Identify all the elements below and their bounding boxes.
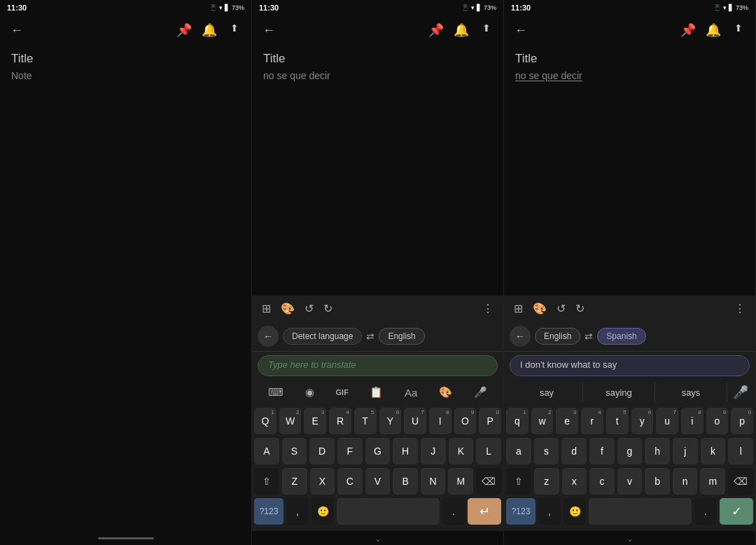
mic-icon-3[interactable]: 🎤 (733, 385, 748, 400)
translate-lang-button-2[interactable]: English (379, 328, 424, 345)
key-w-2[interactable]: W2 (279, 408, 302, 434)
undo-icon-3[interactable]: ↺ (556, 302, 566, 315)
period-key-2[interactable]: . (442, 498, 465, 525)
clipboard-icon-2[interactable]: 📋 (364, 383, 388, 401)
key-b-2[interactable]: B (393, 468, 418, 495)
key-p-2[interactable]: P0 (479, 408, 501, 434)
save-icon-3[interactable]: ⬆ (729, 22, 748, 38)
chevron-down-icon-2[interactable]: ⌄ (374, 534, 382, 544)
redo-icon-3[interactable]: ↻ (575, 302, 584, 315)
bell-icon-2[interactable]: 🔔 (451, 22, 471, 38)
note-area-1[interactable]: Title Note (0, 45, 251, 531)
key-p-3[interactable]: p0 (731, 408, 753, 434)
palette-icon-2[interactable]: 🎨 (281, 302, 295, 315)
key-c-2[interactable]: C (337, 468, 363, 495)
save-icon-1[interactable]: ⬆ (225, 22, 244, 38)
translate-back-btn-3[interactable]: ← (510, 326, 531, 347)
key-t-2[interactable]: T5 (354, 408, 377, 434)
pin-icon-1[interactable]: 📌 (174, 22, 194, 38)
pin-icon-2[interactable]: 📌 (426, 22, 446, 38)
key-e-2[interactable]: E3 (304, 408, 326, 434)
suggestion-2[interactable]: saying (583, 383, 655, 402)
space-key-3[interactable] (589, 498, 692, 525)
more-icon-3[interactable]: ⋮ (734, 302, 746, 315)
translate-back-btn-2[interactable]: ← (258, 326, 279, 347)
key-v-3[interactable]: v (617, 468, 643, 495)
key-e-3[interactable]: e3 (556, 408, 578, 434)
translate-input-2[interactable]: Type here to translate (258, 355, 498, 376)
key-y-2[interactable]: Y6 (379, 408, 402, 434)
palette-icon-3[interactable]: 🎨 (533, 302, 547, 315)
key-z-2[interactable]: Z (282, 468, 307, 495)
gif-icon-2[interactable]: GIF (330, 385, 354, 399)
key-k-2[interactable]: K (449, 438, 474, 464)
key-o-3[interactable]: o9 (706, 408, 729, 434)
key-l-2[interactable]: L (476, 438, 501, 464)
key-u-2[interactable]: U7 (404, 408, 426, 434)
translate-from-lang-button[interactable]: English (535, 328, 580, 345)
key-h-3[interactable]: h (645, 438, 670, 464)
key-s-2[interactable]: S (282, 438, 307, 464)
key-a-2[interactable]: A (254, 438, 279, 464)
more-icon-2[interactable]: ⋮ (482, 302, 493, 315)
shift-key-3[interactable]: ⇧ (506, 468, 531, 495)
key-r-2[interactable]: R4 (329, 408, 351, 434)
key-b-3[interactable]: b (645, 468, 670, 495)
pin-icon-3[interactable]: 📌 (678, 22, 698, 38)
bell-icon-3[interactable]: 🔔 (704, 22, 723, 38)
key-q-2[interactable]: Q1 (254, 408, 276, 434)
detect-language-button[interactable]: Detect language (283, 328, 362, 345)
key-g-3[interactable]: g (617, 438, 643, 464)
plus-icon-2[interactable]: ⊞ (262, 302, 271, 315)
key-x-2[interactable]: X (310, 468, 335, 495)
key-v-2[interactable]: V (365, 468, 391, 495)
translate-to-lang-button[interactable]: Spanish (597, 328, 645, 345)
key-k-3[interactable]: k (701, 438, 726, 464)
key-c-3[interactable]: c (589, 468, 615, 495)
key-g-2[interactable]: G (365, 438, 391, 464)
key-u-3[interactable]: u7 (656, 408, 678, 434)
suggestion-3[interactable]: says (655, 383, 727, 402)
num-key-3[interactable]: ?123 (506, 498, 536, 525)
key-f-2[interactable]: F (337, 438, 363, 464)
key-t-3[interactable]: t5 (606, 408, 629, 434)
key-f-3[interactable]: f (589, 438, 615, 464)
note-area-3[interactable]: Title no se que decir (504, 45, 755, 296)
suggestion-1[interactable]: say (511, 383, 583, 402)
mic-icon-2[interactable]: 🎤 (468, 383, 493, 401)
keyboard-icon-2[interactable]: ⌨ (262, 383, 289, 401)
key-d-2[interactable]: D (309, 438, 335, 464)
key-y-3[interactable]: y6 (631, 408, 654, 434)
redo-icon-2[interactable]: ↻ (323, 302, 332, 315)
enter-key-3[interactable]: ✓ (720, 498, 753, 525)
chevron-down-icon-3[interactable]: ⌄ (626, 534, 634, 544)
key-h-2[interactable]: H (393, 438, 418, 464)
sticker-icon-2[interactable]: ◉ (300, 383, 320, 401)
key-i-2[interactable]: I8 (429, 408, 451, 434)
key-n-3[interactable]: n (673, 468, 698, 495)
back-button-3[interactable]: ← (511, 23, 531, 38)
comma-key-3[interactable]: , (538, 498, 561, 525)
back-button-1[interactable]: ← (7, 23, 27, 38)
key-a-3[interactable]: a (506, 438, 531, 464)
translate-input-filled-3[interactable]: I don't know what to say (510, 355, 750, 376)
period-key-3[interactable]: . (694, 498, 717, 525)
space-key-2[interactable] (337, 498, 440, 525)
backspace-key-2[interactable]: ⌫ (476, 468, 501, 495)
key-d-3[interactable]: d (561, 438, 587, 464)
bell-icon-1[interactable]: 🔔 (200, 22, 219, 38)
key-o-2[interactable]: O9 (454, 408, 477, 434)
palette2-icon-2[interactable]: 🎨 (433, 383, 458, 401)
emoji-key-3[interactable]: 🙂 (564, 498, 586, 525)
key-r-3[interactable]: r4 (581, 408, 603, 434)
plus-icon-3[interactable]: ⊞ (514, 302, 523, 315)
shift-key-2[interactable]: ⇧ (254, 468, 279, 495)
key-w-3[interactable]: w2 (531, 408, 554, 434)
key-m-3[interactable]: m (700, 468, 725, 495)
key-x-3[interactable]: x (562, 468, 587, 495)
key-q-3[interactable]: q1 (506, 408, 528, 434)
comma-key-2[interactable]: , (286, 498, 309, 525)
save-icon-2[interactable]: ⬆ (477, 22, 496, 38)
enter-key-2[interactable]: ↵ (468, 498, 501, 525)
key-j-2[interactable]: J (421, 438, 446, 464)
